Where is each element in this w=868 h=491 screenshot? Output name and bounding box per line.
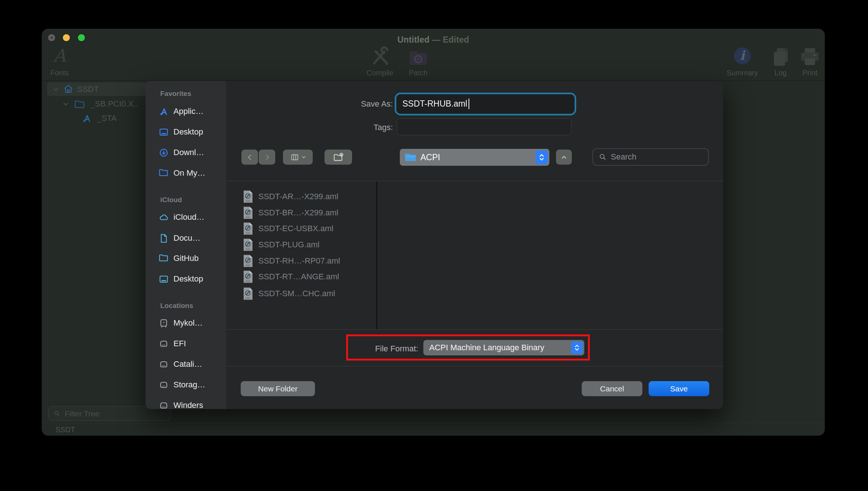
sidebar-section-locations: Locations	[160, 302, 193, 310]
forward-button[interactable]	[259, 150, 275, 165]
toolbar-button-patch[interactable]: Patch	[403, 69, 433, 77]
cloud-icon	[159, 212, 169, 222]
file-row[interactable]: SSDT-EC-USBX.aml	[234, 221, 373, 236]
home-icon	[63, 84, 73, 94]
toolbar-button-fonts[interactable]: Fonts	[45, 69, 74, 77]
folder-icon	[74, 100, 85, 109]
desktop-background: Untitled — Edited A Fonts Compile Patc	[0, 0, 868, 491]
file-row[interactable]: SSDT-AR…-X299.aml	[234, 189, 373, 204]
drive-icon	[159, 401, 169, 409]
folder-popup-value: ACPI	[420, 153, 440, 162]
aml-file-icon	[243, 254, 254, 268]
file-format-value: ACPI Machine Language Binary	[429, 343, 544, 352]
folder-icon	[159, 254, 169, 262]
column-divider[interactable]	[376, 181, 377, 329]
sidebar-item-github[interactable]: GitHub	[146, 251, 226, 266]
sidebar-item-computer[interactable]: Mykol…	[146, 316, 226, 330]
search-placeholder: Search	[611, 152, 636, 162]
toolbar-button-compile[interactable]: Compile	[362, 69, 398, 77]
dialog-sidebar: Favorites Applic… Desktop Downl…	[146, 81, 226, 409]
tags-label: Tags:	[300, 123, 393, 132]
search-icon	[53, 410, 61, 417]
file-row[interactable]: SSDT-BR…-X299.aml	[234, 205, 373, 220]
file-row[interactable]: SSDT-RH…-RP07.aml	[234, 254, 373, 268]
file-row[interactable]: SSDT-RT…ANGE.aml	[234, 269, 373, 284]
filename-value: SSDT-RHUB.aml	[402, 99, 467, 109]
appstore-icon	[159, 107, 169, 117]
updown-chevrons-icon	[571, 341, 583, 354]
sidebar-item-winders[interactable]: Winders	[146, 398, 226, 409]
sidebar-section-icloud: iCloud	[160, 196, 182, 204]
toolbar-button-log[interactable]: Log	[768, 69, 793, 77]
drive-icon	[159, 339, 169, 349]
view-columns-button[interactable]	[283, 150, 313, 165]
tree-item-ssdt[interactable]: SSDT	[77, 85, 99, 94]
statusbar-divider	[42, 423, 825, 423]
summary-info-icon: i	[734, 47, 751, 64]
sidebar-item-efi[interactable]: EFI	[146, 336, 226, 351]
columns-icon	[290, 153, 300, 162]
fonts-icon: A	[49, 45, 70, 66]
tags-input[interactable]	[397, 118, 571, 135]
aml-file-icon	[243, 270, 254, 283]
filename-input[interactable]: SSDT-RHUB.aml	[397, 95, 574, 113]
file-row[interactable]: SSDT-PLUG.aml	[234, 237, 373, 252]
patch-icon	[408, 49, 428, 67]
filter-placeholder: Filter Tree	[65, 409, 100, 418]
folder-location-popup[interactable]: ACPI	[400, 149, 549, 166]
toolbar-button-summary[interactable]: Summary	[724, 69, 761, 77]
document-icon	[159, 233, 169, 243]
window-title: Untitled — Edited	[42, 35, 825, 45]
search-icon	[598, 153, 607, 161]
new-folder-toolbar-button[interactable]	[324, 150, 352, 165]
sidebar-item-icloud-drive[interactable]: iCloud…	[146, 210, 226, 225]
status-text: SSDT	[55, 426, 75, 434]
sidebar-item-desktop[interactable]: Desktop	[146, 125, 226, 139]
aml-file-icon	[243, 190, 254, 203]
text-caret	[469, 98, 469, 109]
desktop-icon	[159, 127, 169, 137]
tree-item-sb-pci0[interactable]: _SB.PCI0.X..	[90, 99, 146, 109]
sidebar-item-desktop-icloud[interactable]: Desktop	[146, 272, 226, 286]
chevron-down-icon	[301, 155, 306, 160]
sidebar-item-catalina[interactable]: Catali…	[146, 357, 226, 372]
updown-chevrons-icon	[535, 150, 548, 164]
chevron-down-icon[interactable]	[52, 86, 60, 93]
sidebar-item-on-my-mac[interactable]: On My…	[146, 166, 226, 180]
save-dialog: Favorites Applic… Desktop Downl…	[146, 81, 723, 409]
drive-icon	[159, 359, 169, 369]
caret-up-icon	[560, 154, 568, 161]
buttons-top-divider	[226, 366, 723, 366]
up-directory-button[interactable]	[556, 150, 572, 165]
tree-item-sta[interactable]: _STA	[97, 114, 116, 123]
drive-icon	[159, 380, 169, 390]
browser-top-divider	[226, 181, 723, 181]
sidebar-item-storage[interactable]: Storag…	[146, 377, 226, 392]
aml-file-icon	[243, 206, 254, 219]
desktop-icon	[159, 274, 169, 284]
sidebar-item-applications[interactable]: Applic…	[146, 104, 226, 119]
sidebar-item-documents[interactable]: Docu…	[146, 231, 226, 246]
computer-icon	[159, 318, 169, 328]
save-as-label: Save As:	[300, 99, 393, 109]
toolbar-button-print[interactable]: Print	[795, 69, 825, 77]
save-button[interactable]: Save	[649, 381, 709, 396]
print-icon	[800, 47, 820, 67]
folder-blue-icon	[404, 152, 417, 162]
format-top-divider	[226, 329, 723, 330]
aml-file-icon	[243, 222, 254, 235]
folder-plus-icon	[333, 152, 344, 162]
download-icon	[159, 148, 169, 158]
chevron-down-icon[interactable]	[62, 100, 69, 108]
back-button[interactable]	[241, 150, 258, 165]
log-icon	[772, 47, 790, 67]
sidebar-item-downloads[interactable]: Downl…	[146, 145, 226, 160]
file-format-popup[interactable]: ACPI Machine Language Binary	[423, 340, 584, 355]
chevron-right-icon	[263, 153, 271, 161]
aml-file-icon	[243, 238, 254, 251]
search-input[interactable]: Search	[592, 148, 709, 166]
file-row[interactable]: SSDT-SM…CHC.aml	[234, 286, 373, 301]
new-folder-button[interactable]: New Folder	[241, 381, 315, 396]
cancel-button[interactable]: Cancel	[582, 381, 642, 396]
file-format-label: File Format:	[329, 344, 418, 354]
